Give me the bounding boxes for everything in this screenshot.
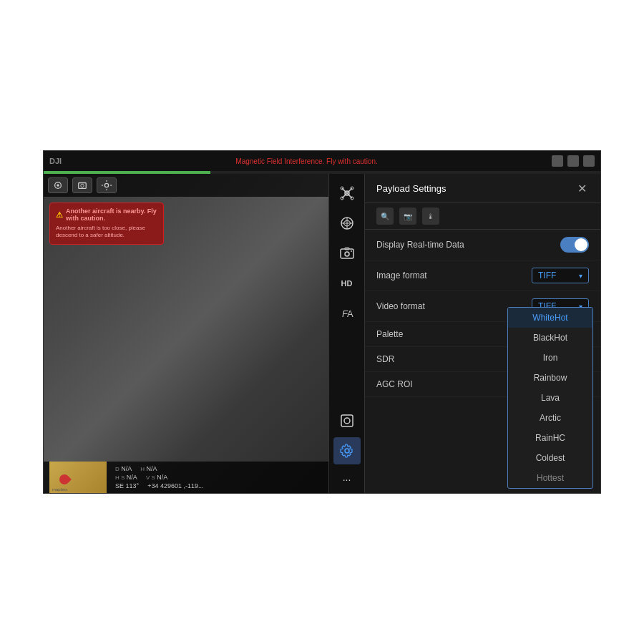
palette-option-iron[interactable]: Iron <box>508 348 592 368</box>
svg-point-1 <box>57 184 59 187</box>
settings-title: Payload Settings <box>376 183 447 194</box>
drone-sidebar-button[interactable] <box>333 180 361 207</box>
gimbal-button[interactable] <box>48 177 68 193</box>
svg-rect-2 <box>79 183 87 189</box>
coord-value: +34 429601 ,-119... <box>147 482 203 489</box>
d-value: D N/A <box>115 465 132 472</box>
h-reading: N/A <box>147 465 157 472</box>
map-thumbnail: mapbox <box>49 462 107 493</box>
settings-header: Payload Settings ✕ <box>365 174 600 203</box>
more-dots: ... <box>343 472 351 483</box>
agc-roi-label: AGC ROI <box>376 379 413 389</box>
right-sidebar: HD F A ... <box>328 174 364 493</box>
status-row-2: H S N/A V S N/A <box>115 474 323 481</box>
vs-value: V S N/A <box>146 474 167 481</box>
sdr-label: SDR <box>376 354 394 364</box>
image-format-arrow: ▾ <box>579 272 582 280</box>
battery-status-icon <box>567 155 579 167</box>
more-button[interactable]: ... <box>333 467 361 487</box>
hs-label: H S <box>115 474 125 481</box>
svg-point-4 <box>104 183 108 187</box>
font-sidebar-button[interactable]: F A <box>333 300 361 327</box>
palette-option-lava[interactable]: Lava <box>508 388 592 408</box>
hd-sidebar-button[interactable]: HD <box>333 270 361 297</box>
camera-mode-button[interactable] <box>72 177 92 193</box>
palette-dropdown-open: WhiteHot BlackHot Iron Rainbow Lava Arct… <box>507 307 593 489</box>
realtime-toggle[interactable] <box>560 237 589 253</box>
status-row-3: SE 113° +34 429601 ,-119... <box>115 482 323 489</box>
vs-reading: N/A <box>157 474 167 481</box>
toggle-knob <box>575 238 587 251</box>
map-logo: mapbox <box>52 487 67 492</box>
camera-toolbar <box>44 174 328 197</box>
warning-header: ⚠ Another aircraft is nearby. Fly with c… <box>56 208 157 222</box>
palette-option-hottest[interactable]: Hottest <box>508 468 592 488</box>
palette-option-blackhot[interactable]: BlackHot <box>508 328 592 348</box>
warning-body: Another aircraft is too close, please de… <box>56 225 157 240</box>
warning-text: Magnetic Field Interference. Fly with ca… <box>67 157 546 165</box>
svg-text:A: A <box>347 308 353 319</box>
status-data: D N/A H N/A H S N/A <box>115 465 323 489</box>
hs-value: H S N/A <box>115 474 137 481</box>
image-format-label: Image format <box>376 270 427 280</box>
palette-option-rainhc[interactable]: RainHC <box>508 428 592 448</box>
h-value: H N/A <box>140 465 157 472</box>
image-format-row: Image format TIFF ▾ <box>365 260 600 291</box>
svg-point-25 <box>345 449 349 453</box>
camera-sidebar-button[interactable] <box>333 240 361 267</box>
palette-option-rainbow[interactable]: Rainbow <box>508 368 592 388</box>
hd-label: HD <box>341 279 353 288</box>
app-container: DJI Magnetic Field Interference. Fly wit… <box>43 150 601 494</box>
palette-option-coldest[interactable]: Coldest <box>508 448 592 468</box>
direction-value: SE 113° <box>115 482 139 489</box>
svg-point-19 <box>345 252 349 256</box>
close-button[interactable]: ✕ <box>575 181 589 195</box>
realtime-label: Display Real-time Data <box>376 240 464 250</box>
main-area: ⚠ Another aircraft is nearby. Fly with c… <box>44 174 600 493</box>
warning-triangle-icon: ⚠ <box>56 210 63 220</box>
svg-point-20 <box>351 250 352 252</box>
cam-icon-wide[interactable]: 📷 <box>399 208 416 225</box>
image-format-value: TIFF <box>538 270 575 280</box>
light-button[interactable] <box>97 177 117 193</box>
svg-rect-17 <box>341 249 353 258</box>
realtime-row: Display Real-time Data <box>365 230 600 260</box>
settings-body: Display Real-time Data Image format TIFF… <box>365 230 600 493</box>
map-marker <box>57 472 72 487</box>
svg-rect-23 <box>341 415 353 426</box>
palette-option-arctic[interactable]: Arctic <box>508 408 592 428</box>
vs-label: V S <box>146 474 155 481</box>
palette-option-whitehot[interactable]: WhiteHot <box>508 308 592 328</box>
top-bar-right <box>552 155 595 167</box>
photo-sidebar-button[interactable] <box>333 407 361 434</box>
warning-overlay: ⚠ Another aircraft is nearby. Fly with c… <box>49 203 164 245</box>
settings-panel: Payload Settings ✕ 🔍 📷 🌡 Display Real-ti… <box>364 174 600 493</box>
signal-status-icon <box>552 155 563 167</box>
camera-view: ⚠ Another aircraft is nearby. Fly with c… <box>44 174 328 493</box>
image-format-dropdown[interactable]: TIFF ▾ <box>532 268 589 283</box>
camera-icons-row: 🔍 📷 🌡 <box>365 203 600 230</box>
warning-title: Another aircraft is nearby. Fly with cau… <box>66 208 157 222</box>
cam-icon-zoom[interactable]: 🔍 <box>376 208 394 225</box>
h-label: H <box>140 466 145 472</box>
camera-status-bar: mapbox D N/A H N/A <box>44 462 328 493</box>
d-reading: N/A <box>121 465 132 472</box>
hs-reading: N/A <box>127 474 137 481</box>
d-label: D <box>115 466 119 472</box>
video-format-label: Video format <box>376 301 425 311</box>
status-row-1: D N/A H N/A <box>115 465 323 472</box>
palette-label: Palette <box>376 329 403 339</box>
svg-point-3 <box>81 184 84 187</box>
svg-point-24 <box>344 418 350 424</box>
gps-status-icon <box>583 155 595 167</box>
signal-sidebar-button[interactable] <box>333 210 361 237</box>
cam-icon-ir[interactable]: 🌡 <box>422 208 439 225</box>
settings-sidebar-button[interactable] <box>333 437 361 464</box>
dji-logo: DJI <box>49 157 62 165</box>
top-bar: DJI Magnetic Field Interference. Fly wit… <box>44 151 600 171</box>
